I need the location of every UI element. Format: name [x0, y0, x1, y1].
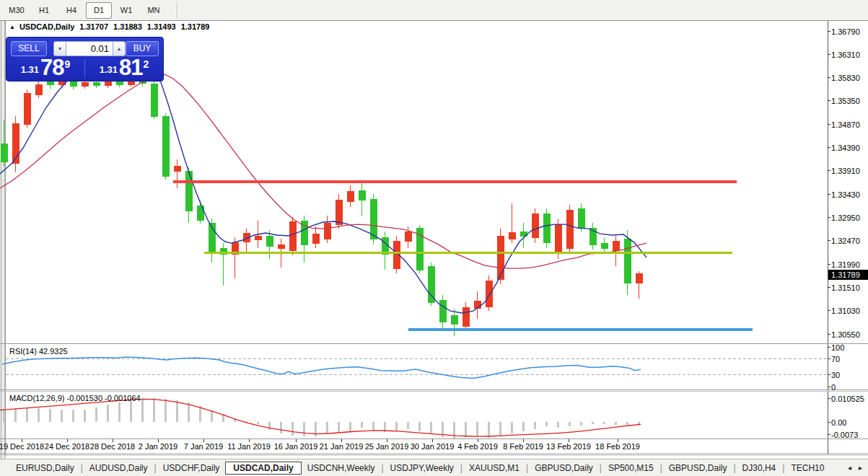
chart-tab-audusd-daily[interactable]: AUDUSD,Daily: [84, 462, 154, 475]
chart-tab-gbpusd-daily[interactable]: GBPUSD,Daily: [663, 462, 733, 475]
buy-price-pip: 2: [144, 58, 149, 70]
trade-panel-prices: 1.31 78 9 1.31 81 2: [6, 57, 163, 80]
timeframe-button-m30[interactable]: M30: [4, 2, 30, 19]
chart-title: ▲ USDCAD,Daily 1.31707 1.31883 1.31493 1…: [9, 22, 214, 31]
sell-price-pip: 9: [65, 58, 71, 70]
trading-terminal-window: M30H1H4D1W1MN ▲ USDCAD,Daily 1.31707 1.3…: [0, 0, 868, 476]
chart-tab-gbpusd-daily[interactable]: GBPUSD,Daily: [529, 462, 599, 475]
rsi-indicator-label: RSI(14) 42.9325: [9, 347, 68, 356]
rsi-axis-label: 100: [831, 343, 844, 352]
toolbar-separator: [177, 2, 178, 18]
price-axis-label: 1.33910: [831, 167, 860, 175]
volume-input[interactable]: 0.01: [66, 41, 113, 56]
price-axis-label: 1.35830: [831, 74, 860, 82]
chart-canvas[interactable]: [0, 21, 868, 476]
timeframe-toolbar: M30H1H4D1W1MN: [0, 0, 868, 21]
tab-scroll-left-icon[interactable]: ◂: [848, 464, 851, 472]
candles-group: [1, 78, 642, 336]
sell-price-prefix: 1.31: [21, 62, 39, 78]
chart-tab-dj30-h4[interactable]: DJ30,H4: [737, 462, 782, 475]
timeframe-button-w1[interactable]: W1: [113, 2, 139, 19]
ma-fast-line: [0, 53, 646, 313]
sell-price-display[interactable]: 1.31 78 9: [6, 57, 84, 80]
macd-axis-label: 0.00: [831, 418, 846, 427]
timeframe-button-h1[interactable]: H1: [31, 2, 57, 19]
volume-spinner: ▼ 0.01 ▲: [53, 41, 126, 56]
price-axis-label: 1.32950: [831, 213, 860, 222]
price-axis-label: 1.35350: [831, 97, 860, 105]
macd-axis-label: -0.0073: [831, 431, 858, 439]
chart-tab-usdcad-daily[interactable]: USDCAD,Daily: [225, 462, 301, 475]
ohlc-open-value: 1.31707: [79, 22, 108, 31]
buy-price-prefix: 1.31: [100, 62, 118, 78]
buy-price-main: 81: [119, 57, 142, 78]
tab-scroll-right-icon[interactable]: ▸: [859, 464, 862, 472]
sell-price-main: 78: [40, 57, 63, 78]
chart-tab-usdchf-daily[interactable]: USDCHF,Daily: [157, 462, 226, 475]
price-axis-label: 1.36310: [831, 50, 860, 59]
chart-tab-usdcnh-weekly[interactable]: USDCNH,Weekly: [302, 462, 381, 475]
rsi-axis-label: 0: [831, 383, 836, 392]
rsi-axis-label: 70: [831, 355, 840, 363]
ohlc-high-value: 1.31883: [113, 22, 142, 31]
macd-histogram: [3, 398, 640, 438]
chart-tab-xauusd-m1[interactable]: XAUUSD,M1: [463, 462, 525, 475]
price-axis-label: 1.31510: [831, 283, 860, 292]
price-axis-label: 1.33430: [831, 190, 860, 199]
price-axis-label: 1.31030: [831, 307, 860, 315]
price-axis-label: 1.36790: [831, 27, 860, 36]
date-axis-label: 18 Feb 2019: [585, 442, 650, 451]
sell-button[interactable]: SELL: [11, 41, 47, 56]
tab-scroll-arrows: ◂ ▸: [848, 464, 862, 472]
buy-button[interactable]: BUY: [126, 41, 159, 56]
chart-tab-eurusd-daily[interactable]: EURUSD,Daily: [10, 462, 80, 475]
price-axis-label: 1.31990: [831, 260, 860, 269]
collapse-panel-icon[interactable]: ▲: [9, 24, 15, 30]
one-click-trading-panel: SELL ▼ 0.01 ▲ BUY 1.31 78 9 1.31 81 2: [6, 37, 164, 81]
timeframe-button-h4[interactable]: H4: [58, 2, 84, 19]
price-axis-label: 1.32470: [831, 237, 860, 245]
chart-tab-tech10[interactable]: TECH10: [785, 462, 830, 475]
chart-tab-bar: EURUSD,Daily|AUDUSD,Daily|USDCHF,DailyUS…: [0, 459, 868, 476]
ohlc-close-value: 1.31789: [181, 22, 210, 31]
rsi-axis-label: 30: [831, 371, 840, 379]
chart-symbol-label: USDCAD,Daily: [19, 22, 74, 31]
chart-tabs: EURUSD,Daily|AUDUSD,Daily|USDCHF,DailyUS…: [10, 462, 830, 475]
volume-increase-button[interactable]: ▲: [113, 41, 126, 56]
chart-tab-sp500-m15[interactable]: SP500,M15: [602, 462, 659, 475]
macd-axis-label: 0.010525: [831, 395, 864, 403]
price-axis-label: 1.30550: [831, 330, 860, 339]
price-axis-label: 1.34390: [831, 144, 860, 152]
timeframe-button-mn[interactable]: MN: [141, 2, 167, 19]
price-axis-label: 1.34870: [831, 120, 860, 129]
chart-tab-usdjpy-weekly[interactable]: USDJPY,Weekly: [385, 462, 460, 475]
current-price-badge: 1.31789: [828, 270, 868, 280]
timeframe-button-d1[interactable]: D1: [86, 2, 112, 19]
ohlc-low-value: 1.31493: [147, 22, 176, 31]
buy-price-display[interactable]: 1.31 81 2: [85, 57, 163, 80]
macd-indicator-label: MACD(12,26,9) -0.001530 -0.001064: [9, 394, 141, 402]
volume-decrease-button[interactable]: ▼: [53, 41, 66, 56]
